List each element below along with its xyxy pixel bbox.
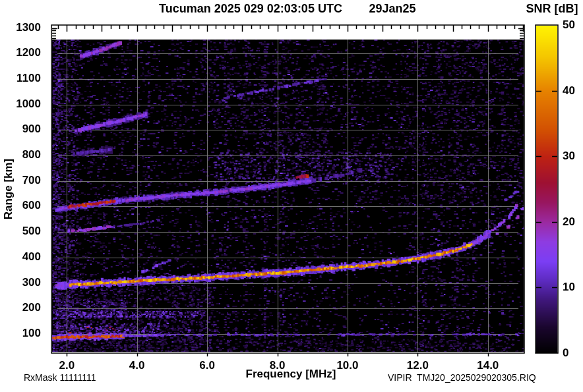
x-tick-label: 2.0: [47, 359, 86, 372]
y-tick-label: 200: [0, 301, 41, 314]
colorbar-title: SNR [dB]: [521, 2, 583, 16]
colorbar-tick-label: 10: [563, 281, 582, 294]
x-tick-label: 8.0: [258, 359, 297, 372]
ionogram-plot-canvas: [0, 0, 583, 392]
y-tick-label: 700: [0, 174, 41, 187]
y-tick-label: 1100: [0, 72, 41, 85]
file-name-label: VIPIR TMJ20_2025029020305.RIQ: [388, 372, 536, 383]
ionogram-page: Tucuman 2025 029 02:03:05 UTC 29Jan25 SN…: [0, 0, 583, 392]
y-tick-label: 1300: [0, 21, 41, 34]
y-tick-label: 800: [0, 148, 41, 161]
y-tick-label: 1200: [0, 46, 41, 59]
x-tick-label: 12.0: [398, 359, 437, 372]
colorbar-tick-label: 50: [563, 18, 582, 32]
y-tick-label: 100: [0, 327, 41, 340]
y-tick-label: 500: [0, 225, 41, 238]
rxmask-label: RxMask 11111111: [24, 372, 96, 383]
y-tick-label: 400: [0, 250, 41, 264]
colorbar-tick-label: 0: [563, 347, 582, 360]
x-tick-label: 4.0: [117, 359, 157, 372]
y-tick-label: 900: [0, 123, 41, 136]
y-tick-label: 300: [0, 276, 41, 289]
x-tick-label: 14.0: [468, 359, 508, 372]
colorbar-tick-label: 30: [563, 150, 582, 163]
date-label: 29Jan25: [356, 2, 429, 16]
colorbar-tick-label: 40: [563, 84, 582, 98]
x-tick-label: 10.0: [328, 359, 367, 372]
page-title: Tucuman 2025 029 02:03:05 UTC: [119, 2, 383, 16]
y-tick-label: 1000: [0, 98, 41, 111]
colorbar-tick-label: 20: [563, 215, 582, 229]
x-tick-label: 6.0: [187, 359, 227, 372]
y-tick-label: 600: [0, 199, 41, 212]
